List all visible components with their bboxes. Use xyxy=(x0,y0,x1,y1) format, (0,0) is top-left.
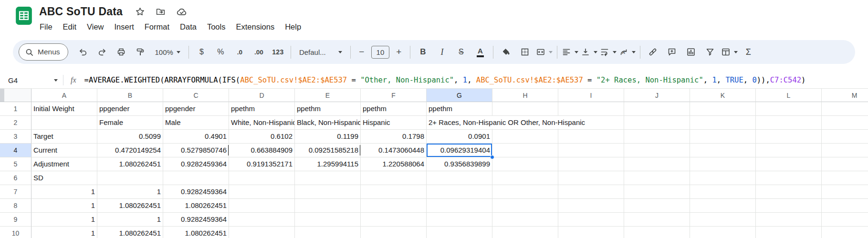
cell-G1[interactable]: ppethm xyxy=(427,102,492,116)
cell-G3[interactable]: 0.0901 xyxy=(427,130,492,144)
cell-I1[interactable] xyxy=(558,102,624,116)
cell-A3[interactable]: Target xyxy=(31,130,97,144)
row-header-5[interactable]: 5 xyxy=(0,157,31,171)
cell-J1[interactable] xyxy=(624,102,690,116)
cell-K8[interactable] xyxy=(690,199,756,213)
formula-text[interactable]: =AVERAGE.WEIGHTED(ARRAYFORMULA(IFS(ABC_S… xyxy=(84,76,806,84)
cell-F10[interactable] xyxy=(361,227,427,238)
row-header-10[interactable]: 10 xyxy=(0,227,31,238)
menu-format[interactable]: Format xyxy=(139,20,175,34)
font-selector[interactable]: Defaul... xyxy=(295,44,346,60)
select-all-corner[interactable] xyxy=(0,89,31,102)
cell-L10[interactable] xyxy=(756,227,822,238)
cell-E1[interactable]: ppethm xyxy=(295,102,361,116)
cell-A7[interactable]: 1 xyxy=(31,185,97,199)
cell-C8[interactable]: 1.080262451 xyxy=(163,199,229,213)
column-header-E[interactable]: E xyxy=(295,89,361,102)
cell-E6[interactable] xyxy=(295,171,361,185)
cell-F8[interactable] xyxy=(361,199,427,213)
cell-A4[interactable]: Current xyxy=(31,144,97,157)
cell-L5[interactable] xyxy=(756,157,822,171)
cell-E9[interactable] xyxy=(295,213,361,227)
fill-color-button[interactable] xyxy=(497,44,515,60)
cell-J9[interactable] xyxy=(624,213,690,227)
cell-J2[interactable] xyxy=(624,116,690,130)
row-header-7[interactable]: 7 xyxy=(0,185,31,199)
cell-C5[interactable]: 0.9282459364 xyxy=(163,157,229,171)
cell-I4[interactable] xyxy=(558,144,624,157)
cell-M10[interactable] xyxy=(822,227,868,238)
cell-M1[interactable] xyxy=(822,102,868,116)
cell-G8[interactable] xyxy=(427,199,492,213)
cell-B8[interactable]: 1.080262451 xyxy=(97,199,163,213)
column-header-J[interactable]: J xyxy=(624,89,690,102)
column-header-A[interactable]: A xyxy=(31,89,97,102)
format-percent-button[interactable]: % xyxy=(212,44,230,60)
cell-K2[interactable] xyxy=(690,116,756,130)
decrease-decimal-button[interactable]: .0 xyxy=(231,44,249,60)
create-filter-button[interactable] xyxy=(701,44,719,60)
cell-H4[interactable] xyxy=(492,144,558,157)
cell-M4[interactable] xyxy=(822,144,868,157)
cell-C9[interactable]: 0.9282459364 xyxy=(163,213,229,227)
cell-C10[interactable]: 1.080262451 xyxy=(163,227,229,238)
strikethrough-button[interactable]: S xyxy=(452,44,470,60)
cell-D6[interactable] xyxy=(229,171,295,185)
cell-D7[interactable] xyxy=(229,185,295,199)
horizontal-align-button[interactable] xyxy=(561,44,579,60)
print-button[interactable] xyxy=(113,44,130,60)
cell-J4[interactable] xyxy=(624,144,690,157)
text-rotation-button[interactable]: A xyxy=(618,44,636,60)
row-header-3[interactable]: 3 xyxy=(0,130,31,144)
cell-F7[interactable] xyxy=(361,185,427,199)
cell-D8[interactable] xyxy=(229,199,295,213)
increase-decimal-button[interactable]: .00 xyxy=(250,44,268,60)
cell-B6[interactable] xyxy=(97,171,163,185)
cell-K7[interactable] xyxy=(690,185,756,199)
cell-B1[interactable]: ppgender xyxy=(97,102,163,116)
cell-G7[interactable] xyxy=(427,185,492,199)
cell-I10[interactable] xyxy=(558,227,624,238)
cell-M9[interactable] xyxy=(822,213,868,227)
cloud-status-icon[interactable] xyxy=(176,6,187,17)
cell-K3[interactable] xyxy=(690,130,756,144)
cell-K4[interactable] xyxy=(690,144,756,157)
cell-A9[interactable]: 1 xyxy=(31,213,97,227)
cell-I8[interactable] xyxy=(558,199,624,213)
cell-L4[interactable] xyxy=(756,144,822,157)
cell-H10[interactable] xyxy=(492,227,558,238)
cell-B2[interactable]: Female xyxy=(97,116,163,130)
paint-format-button[interactable] xyxy=(132,44,149,60)
column-header-G[interactable]: G xyxy=(427,89,492,102)
menu-view[interactable]: View xyxy=(82,20,109,34)
row-header-6[interactable]: 6 xyxy=(0,171,31,185)
cell-J6[interactable] xyxy=(624,171,690,185)
text-color-button[interactable]: A xyxy=(471,44,489,60)
menu-edit[interactable]: Edit xyxy=(58,20,82,34)
cell-F4[interactable]: 0.1473060448 xyxy=(361,144,427,157)
column-header-F[interactable]: F xyxy=(361,89,427,102)
cell-C2[interactable]: Male xyxy=(163,116,229,130)
cell-L2[interactable] xyxy=(756,116,822,130)
functions-button[interactable]: Σ xyxy=(740,44,757,60)
move-folder-icon[interactable] xyxy=(156,7,166,17)
cell-A1[interactable]: Initial Weight xyxy=(31,102,97,116)
cell-E5[interactable]: 1.295994115 xyxy=(295,157,361,171)
cell-G2[interactable]: 2+ Races, Non-Hispanic OR Other, Non-His… xyxy=(427,116,492,130)
cell-A2[interactable] xyxy=(31,116,97,130)
cell-A5[interactable]: Adjustment xyxy=(31,157,97,171)
cell-G10[interactable] xyxy=(427,227,492,238)
merge-cells-button[interactable] xyxy=(535,44,553,60)
number-format-button[interactable]: 123 xyxy=(269,44,287,60)
cell-C7[interactable]: 0.9282459364 xyxy=(163,185,229,199)
cell-D10[interactable] xyxy=(229,227,295,238)
cell-D2[interactable]: White, Non-Hispanic xyxy=(229,116,295,130)
cell-B4[interactable]: 0.4720149254 xyxy=(97,144,163,157)
cell-D4[interactable]: 0.663884909 xyxy=(229,144,295,157)
cell-H9[interactable] xyxy=(492,213,558,227)
cell-I6[interactable] xyxy=(558,171,624,185)
insert-comment-button[interactable] xyxy=(663,44,681,60)
cell-I9[interactable] xyxy=(558,213,624,227)
cell-J3[interactable] xyxy=(624,130,690,144)
cell-D3[interactable]: 0.6102 xyxy=(229,130,295,144)
